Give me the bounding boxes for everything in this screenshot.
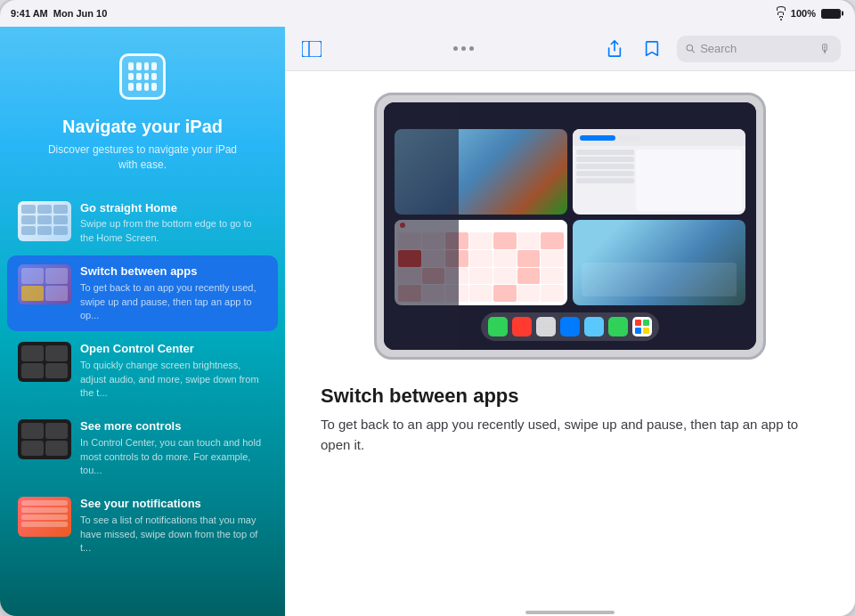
sidebar-item-title-switch: Switch between apps xyxy=(80,264,267,280)
sidebar-item-desc-more: In Control Center, you can touch and hol… xyxy=(80,436,267,477)
sidebar-item-text-go-home: Go straight Home Swipe up from the botto… xyxy=(80,201,267,246)
sidebar-toggle-button[interactable] xyxy=(299,39,324,59)
sidebar-item-desc-control: To quickly change screen brightness, adj… xyxy=(80,359,267,400)
mic-icon[interactable]: 🎙 xyxy=(819,42,832,56)
sidebar-item-desc-notif: To see a list of notifications that you … xyxy=(80,514,267,555)
sidebar-item-control-center[interactable]: Open Control Center To quickly change sc… xyxy=(7,333,278,409)
status-left: 9:41 AM Mon Jun 10 xyxy=(11,8,107,19)
dock-icon-2 xyxy=(512,317,532,336)
sidebar-thumb-go-home xyxy=(18,201,71,241)
dock-icon-6 xyxy=(608,317,628,336)
share-icon xyxy=(607,40,623,58)
home-indicator xyxy=(285,611,855,616)
sidebar-item-text-control: Open Control Center To quickly change sc… xyxy=(80,342,267,400)
dock-icon-grid xyxy=(632,317,652,336)
ipad-frame: 9:41 AM Mon Jun 10 100% xyxy=(0,0,855,616)
search-bar[interactable]: 🎙 xyxy=(677,36,841,62)
search-icon xyxy=(686,43,695,54)
content-area: Switch between apps To get back to an ap… xyxy=(285,71,855,611)
status-right: 100% xyxy=(777,6,841,20)
svg-rect-0 xyxy=(302,41,322,57)
app-card-messages xyxy=(573,129,745,215)
svg-line-3 xyxy=(692,50,695,53)
sidebar-header: Navigate your iPad Discover gestures to … xyxy=(0,27,285,187)
battery-percent: 100% xyxy=(791,8,816,19)
toolbar-left xyxy=(299,39,324,59)
sidebar-item-text-switch: Switch between apps To get back to an ap… xyxy=(80,264,267,322)
time: 9:41 AM xyxy=(11,8,48,19)
article-title: Switch between apps xyxy=(321,385,819,408)
sidebar: Navigate your iPad Discover gestures to … xyxy=(0,27,285,616)
dock xyxy=(481,312,659,341)
sidebar-subtitle: Discover gestures to navigate your iPad … xyxy=(45,142,240,173)
app-card-calendar xyxy=(395,220,567,305)
wifi-icon xyxy=(777,6,786,20)
toolbar-right: 🎙 xyxy=(602,36,841,62)
sidebar-title: Navigate your iPad xyxy=(62,116,223,137)
search-input[interactable] xyxy=(700,42,814,55)
sidebar-item-title-control: Open Control Center xyxy=(80,342,267,357)
sidebar-item-title-notif: See your notifications xyxy=(80,497,267,512)
sidebar-toggle-icon xyxy=(302,41,322,57)
sidebar-icon-container xyxy=(114,48,171,105)
bookmark-icon xyxy=(645,40,659,58)
ipad-screen xyxy=(384,102,756,350)
dock-icon-1 xyxy=(488,317,508,336)
app-card-maps xyxy=(573,220,745,305)
grid-icon xyxy=(119,53,166,100)
sidebar-item-title-more: See more controls xyxy=(80,419,267,434)
sidebar-thumb-control xyxy=(18,342,71,382)
toolbar-dots xyxy=(453,46,474,51)
main-content: Navigate your iPad Discover gestures to … xyxy=(0,27,855,616)
dot-3 xyxy=(469,46,474,51)
sidebar-list: Go straight Home Swipe up from the botto… xyxy=(0,187,285,616)
sidebar-item-desc-switch: To get back to an app you recently used,… xyxy=(80,281,267,322)
sidebar-thumb-notif xyxy=(18,497,71,537)
sidebar-item-desc-go-home: Swipe up from the bottom edge to go to t… xyxy=(80,217,267,245)
sidebar-item-text-more: See more controls In Control Center, you… xyxy=(80,419,267,477)
dot-1 xyxy=(453,46,458,51)
sidebar-thumb-switch xyxy=(18,264,71,304)
sidebar-item-switch-apps[interactable]: Switch between apps To get back to an ap… xyxy=(7,255,278,331)
home-bar xyxy=(525,611,615,614)
battery-fill xyxy=(822,10,840,18)
date: Mon Jun 10 xyxy=(53,8,108,19)
dock-icon-5 xyxy=(584,317,604,336)
sidebar-item-text-notif: See your notifications To see a list of … xyxy=(80,497,267,555)
battery-icon xyxy=(821,9,841,19)
status-bar: 9:41 AM Mon Jun 10 100% xyxy=(0,0,855,27)
sidebar-item-more-controls[interactable]: See more controls In Control Center, you… xyxy=(7,410,278,486)
main-panel: 🎙 xyxy=(285,27,855,616)
ipad-illustration xyxy=(374,93,766,360)
dock-icon-3 xyxy=(536,317,556,336)
article-description: To get back to an app you recently used,… xyxy=(321,415,819,455)
share-button[interactable] xyxy=(602,36,627,61)
dot-2 xyxy=(461,46,466,51)
bookmark-button[interactable] xyxy=(639,36,664,61)
toolbar: 🎙 xyxy=(285,27,855,71)
sidebar-item-notifications[interactable]: See your notifications To see a list of … xyxy=(7,488,278,563)
sidebar-item-go-home[interactable]: Go straight Home Swipe up from the botto… xyxy=(7,192,278,255)
sidebar-item-title-go-home: Go straight Home xyxy=(80,201,267,216)
app-card-photos xyxy=(395,129,567,215)
dock-icon-4 xyxy=(560,317,580,336)
sidebar-thumb-more xyxy=(18,419,71,459)
